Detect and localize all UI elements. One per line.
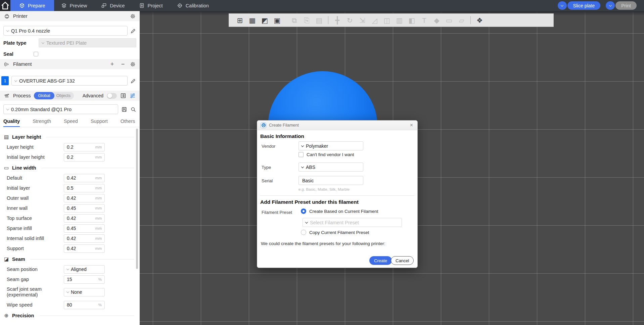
parameter-list-icon[interactable] — [120, 93, 126, 99]
close-icon[interactable]: × — [409, 123, 414, 128]
advanced-toggle[interactable] — [107, 93, 117, 99]
tab-support[interactable]: Support — [91, 119, 108, 127]
initial-layer-height-input[interactable]: 0.2 mm — [64, 153, 105, 161]
add-object-icon[interactable]: ⊞ — [234, 17, 246, 24]
setting-value: 0.42 — [67, 246, 95, 251]
tab-others[interactable]: Others — [121, 119, 135, 127]
group-line-width: ▭ Line width — [3, 163, 140, 173]
printer-preset-row: Q1 Pro 0.4 nozzle — [3, 26, 136, 36]
auto-orient-icon[interactable]: ◩ — [259, 17, 271, 24]
scale-icon[interactable]: ⇲ — [356, 17, 368, 24]
process-preset-select[interactable]: 0.20mm Standard @Q1 Pro — [3, 104, 118, 114]
printer-edit-icon[interactable] — [130, 28, 136, 34]
seal-checkbox[interactable] — [34, 52, 38, 56]
create-button[interactable]: Create — [369, 256, 392, 265]
plate-type-select[interactable]: Textured PEI Plate — [39, 38, 136, 47]
tab-speed[interactable]: Speed — [64, 119, 78, 127]
print-button[interactable]: Print — [615, 1, 637, 10]
filament-index-badge[interactable]: 1 — [1, 76, 9, 85]
paste-icon[interactable]: ⎘ — [301, 17, 313, 24]
tab-preview[interactable]: Preview — [54, 0, 94, 11]
serial-input[interactable]: Basic — [298, 176, 363, 185]
tab-prepare[interactable]: Prepare — [10, 0, 54, 11]
filament-settings-gear-icon[interactable] — [130, 61, 136, 67]
search-settings-icon[interactable] — [130, 106, 136, 112]
line-width-initial-layer-input[interactable]: 0.5 mm — [64, 184, 105, 192]
vendor-select[interactable]: Polymaker — [298, 141, 363, 150]
line-width-sparse-infill-input[interactable]: 0.45 mm — [64, 224, 105, 233]
group-title: Seam — [12, 257, 25, 262]
variable-layer-height-icon[interactable]: ◧ — [406, 17, 418, 24]
top-bar: Prepare Preview Device Project Calibrati… — [0, 0, 644, 11]
prepare-cube-icon — [19, 3, 25, 8]
add-filament-button[interactable]: + — [108, 61, 116, 67]
process-preset-row: 0.20mm Standard @Q1 Pro — [3, 104, 136, 114]
project-doc-icon — [139, 3, 145, 8]
printer-preset-select[interactable]: Q1 Pro 0.4 nozzle — [3, 26, 128, 36]
setting-value: 0.45 — [67, 205, 95, 211]
rotate-icon[interactable]: ↻ — [343, 17, 356, 24]
move-icon[interactable]: ╋ — [331, 17, 343, 24]
seam-gap-input[interactable]: 15 % — [64, 275, 105, 284]
plate-type-value: Textured PEI Plate — [46, 40, 87, 46]
tab-calibration[interactable]: Calibration — [170, 0, 216, 11]
parameter-tune-icon[interactable] — [130, 93, 136, 99]
save-preset-icon[interactable] — [121, 106, 127, 112]
filament-preset-select[interactable]: OVERTURE ABS-GF 132 — [11, 76, 128, 86]
line-width-internal-solid-infill-input[interactable]: 0.42 mm — [64, 234, 105, 243]
print-dropdown-button[interactable] — [606, 1, 615, 10]
line-width-default-input[interactable]: 0.42 mm — [64, 174, 105, 182]
dialog-titlebar[interactable]: Q Create Filament × — [257, 121, 417, 130]
paint-icon[interactable]: ◆ — [430, 17, 443, 24]
group-title: Precision — [12, 313, 34, 318]
add-text-icon[interactable]: T — [418, 17, 430, 24]
line-width-outer-wall-input[interactable]: 0.42 mm — [64, 194, 105, 202]
vendor-value: Polymaker — [306, 143, 328, 149]
split-to-parts-icon[interactable]: ▥ — [393, 17, 406, 24]
toolbar-separator — [470, 16, 471, 24]
lay-flat-icon[interactable]: ◿ — [368, 17, 381, 24]
layers-sort-icon[interactable]: ▤ — [313, 17, 325, 24]
setting-value: 0.42 — [67, 236, 95, 241]
line-width-top-surface-input[interactable]: 0.42 mm — [64, 214, 105, 223]
copy-icon[interactable]: ⧉ — [288, 17, 301, 24]
global-toggle-option[interactable]: Global — [34, 92, 54, 99]
split-to-objects-icon[interactable]: ◫ — [381, 17, 393, 24]
filament-preset-select[interactable]: Select Filament Preset — [303, 218, 402, 227]
setting-unit: mm — [95, 226, 102, 230]
measure-icon[interactable]: ▭ — [443, 17, 455, 24]
left-sidebar: Printer Q1 Pro 0.4 nozzle Plate type Tex… — [0, 11, 140, 325]
slice-plate-button[interactable]: Slice plate — [567, 1, 601, 10]
assembly-icon[interactable]: ❖ — [473, 17, 486, 24]
filament-edit-icon[interactable] — [130, 78, 136, 84]
copy-current-radio[interactable] — [301, 230, 306, 235]
topbar-spacer — [216, 0, 558, 11]
settings-scrollbar[interactable] — [136, 129, 138, 269]
cant-find-vendor-checkbox[interactable] — [298, 152, 304, 157]
setting-unit: mm — [95, 186, 102, 190]
layer-height-input[interactable]: 0.2 mm — [64, 143, 105, 151]
objects-toggle-option[interactable]: Objects — [54, 93, 74, 98]
line-width-support-input[interactable]: 0.42 mm — [64, 244, 105, 253]
tab-quality[interactable]: Quality — [3, 119, 20, 127]
arrange-icon[interactable]: ▣ — [271, 17, 283, 24]
seam-position-select[interactable]: Aligned — [64, 265, 105, 274]
plate-type-label: Plate type — [3, 40, 39, 46]
tab-strength[interactable]: Strength — [33, 119, 51, 127]
setting-unit: mm — [95, 236, 102, 240]
tab-project[interactable]: Project — [132, 0, 170, 11]
wipe-speed-input[interactable]: 80 % — [64, 301, 105, 309]
remove-filament-button[interactable]: − — [119, 61, 127, 67]
add-plate-icon[interactable]: ▦ — [246, 17, 259, 24]
setting-label: Outer wall — [3, 195, 64, 201]
create-based-radio[interactable] — [301, 208, 306, 214]
scarf-joint-seam-select[interactable]: None — [64, 288, 105, 296]
line-width-inner-wall-input[interactable]: 0.45 mm — [64, 204, 105, 213]
printer-settings-gear-icon[interactable] — [130, 13, 136, 19]
tab-device[interactable]: Device — [94, 0, 132, 11]
cancel-button[interactable]: Cancel — [391, 256, 414, 265]
home-button[interactable] — [0, 0, 10, 11]
support-paint-icon[interactable]: ▱ — [455, 17, 468, 24]
slice-dropdown-button[interactable] — [558, 1, 567, 10]
type-select[interactable]: ABS — [298, 162, 363, 172]
